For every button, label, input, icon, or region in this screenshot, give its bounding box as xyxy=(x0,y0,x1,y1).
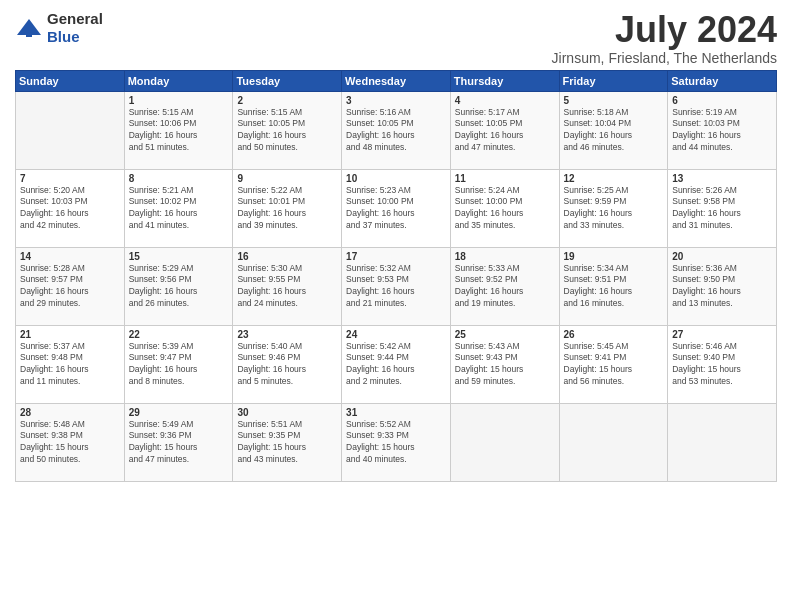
calendar-cell xyxy=(450,403,559,481)
day-number: 7 xyxy=(20,173,120,184)
calendar-cell: 30Sunrise: 5:51 AM Sunset: 9:35 PM Dayli… xyxy=(233,403,342,481)
day-info: Sunrise: 5:42 AM Sunset: 9:44 PM Dayligh… xyxy=(346,341,446,389)
day-info: Sunrise: 5:20 AM Sunset: 10:03 PM Daylig… xyxy=(20,185,120,233)
day-number: 22 xyxy=(129,329,229,340)
logo-general: General xyxy=(47,10,103,27)
day-number: 4 xyxy=(455,95,555,106)
calendar-cell: 23Sunrise: 5:40 AM Sunset: 9:46 PM Dayli… xyxy=(233,325,342,403)
calendar-cell: 22Sunrise: 5:39 AM Sunset: 9:47 PM Dayli… xyxy=(124,325,233,403)
day-info: Sunrise: 5:15 AM Sunset: 10:06 PM Daylig… xyxy=(129,107,229,155)
calendar-cell: 8Sunrise: 5:21 AM Sunset: 10:02 PM Dayli… xyxy=(124,169,233,247)
day-number: 23 xyxy=(237,329,337,340)
day-number: 1 xyxy=(129,95,229,106)
calendar-cell: 3Sunrise: 5:16 AM Sunset: 10:05 PM Dayli… xyxy=(342,91,451,169)
day-number: 9 xyxy=(237,173,337,184)
svg-rect-1 xyxy=(26,27,32,37)
calendar-cell: 24Sunrise: 5:42 AM Sunset: 9:44 PM Dayli… xyxy=(342,325,451,403)
logo: General Blue xyxy=(15,10,103,46)
day-info: Sunrise: 5:25 AM Sunset: 9:59 PM Dayligh… xyxy=(564,185,664,233)
day-number: 28 xyxy=(20,407,120,418)
calendar-cell: 27Sunrise: 5:46 AM Sunset: 9:40 PM Dayli… xyxy=(668,325,777,403)
day-number: 11 xyxy=(455,173,555,184)
day-info: Sunrise: 5:16 AM Sunset: 10:05 PM Daylig… xyxy=(346,107,446,155)
day-info: Sunrise: 5:28 AM Sunset: 9:57 PM Dayligh… xyxy=(20,263,120,311)
day-number: 3 xyxy=(346,95,446,106)
col-saturday: Saturday xyxy=(668,70,777,91)
day-number: 8 xyxy=(129,173,229,184)
page: General Blue July 2024 Jirnsum, Frieslan… xyxy=(0,0,792,492)
col-wednesday: Wednesday xyxy=(342,70,451,91)
day-number: 15 xyxy=(129,251,229,262)
day-number: 14 xyxy=(20,251,120,262)
day-number: 31 xyxy=(346,407,446,418)
day-info: Sunrise: 5:30 AM Sunset: 9:55 PM Dayligh… xyxy=(237,263,337,311)
day-number: 20 xyxy=(672,251,772,262)
calendar-cell: 2Sunrise: 5:15 AM Sunset: 10:05 PM Dayli… xyxy=(233,91,342,169)
day-number: 17 xyxy=(346,251,446,262)
day-info: Sunrise: 5:43 AM Sunset: 9:43 PM Dayligh… xyxy=(455,341,555,389)
header: General Blue July 2024 Jirnsum, Frieslan… xyxy=(15,10,777,66)
day-info: Sunrise: 5:15 AM Sunset: 10:05 PM Daylig… xyxy=(237,107,337,155)
day-info: Sunrise: 5:40 AM Sunset: 9:46 PM Dayligh… xyxy=(237,341,337,389)
calendar-cell: 11Sunrise: 5:24 AM Sunset: 10:00 PM Dayl… xyxy=(450,169,559,247)
day-number: 21 xyxy=(20,329,120,340)
calendar-cell: 4Sunrise: 5:17 AM Sunset: 10:05 PM Dayli… xyxy=(450,91,559,169)
month-title: July 2024 xyxy=(552,10,777,50)
day-info: Sunrise: 5:29 AM Sunset: 9:56 PM Dayligh… xyxy=(129,263,229,311)
col-sunday: Sunday xyxy=(16,70,125,91)
day-number: 30 xyxy=(237,407,337,418)
day-number: 25 xyxy=(455,329,555,340)
col-thursday: Thursday xyxy=(450,70,559,91)
calendar-cell: 13Sunrise: 5:26 AM Sunset: 9:58 PM Dayli… xyxy=(668,169,777,247)
logo-icon xyxy=(15,17,43,39)
calendar-cell xyxy=(559,403,668,481)
calendar-table: Sunday Monday Tuesday Wednesday Thursday… xyxy=(15,70,777,482)
calendar-cell: 5Sunrise: 5:18 AM Sunset: 10:04 PM Dayli… xyxy=(559,91,668,169)
calendar-cell: 25Sunrise: 5:43 AM Sunset: 9:43 PM Dayli… xyxy=(450,325,559,403)
day-info: Sunrise: 5:39 AM Sunset: 9:47 PM Dayligh… xyxy=(129,341,229,389)
calendar-cell: 6Sunrise: 5:19 AM Sunset: 10:03 PM Dayli… xyxy=(668,91,777,169)
day-info: Sunrise: 5:22 AM Sunset: 10:01 PM Daylig… xyxy=(237,185,337,233)
day-number: 24 xyxy=(346,329,446,340)
location-subtitle: Jirnsum, Friesland, The Netherlands xyxy=(552,50,777,66)
day-info: Sunrise: 5:36 AM Sunset: 9:50 PM Dayligh… xyxy=(672,263,772,311)
day-info: Sunrise: 5:33 AM Sunset: 9:52 PM Dayligh… xyxy=(455,263,555,311)
day-info: Sunrise: 5:51 AM Sunset: 9:35 PM Dayligh… xyxy=(237,419,337,467)
logo-text: General Blue xyxy=(47,10,103,46)
calendar-cell: 7Sunrise: 5:20 AM Sunset: 10:03 PM Dayli… xyxy=(16,169,125,247)
day-info: Sunrise: 5:52 AM Sunset: 9:33 PM Dayligh… xyxy=(346,419,446,467)
calendar-cell: 26Sunrise: 5:45 AM Sunset: 9:41 PM Dayli… xyxy=(559,325,668,403)
day-number: 10 xyxy=(346,173,446,184)
calendar-week-row: 7Sunrise: 5:20 AM Sunset: 10:03 PM Dayli… xyxy=(16,169,777,247)
col-tuesday: Tuesday xyxy=(233,70,342,91)
logo-blue: Blue xyxy=(47,28,80,45)
calendar-cell: 9Sunrise: 5:22 AM Sunset: 10:01 PM Dayli… xyxy=(233,169,342,247)
calendar-cell: 29Sunrise: 5:49 AM Sunset: 9:36 PM Dayli… xyxy=(124,403,233,481)
day-info: Sunrise: 5:19 AM Sunset: 10:03 PM Daylig… xyxy=(672,107,772,155)
calendar-header-row: Sunday Monday Tuesday Wednesday Thursday… xyxy=(16,70,777,91)
day-info: Sunrise: 5:49 AM Sunset: 9:36 PM Dayligh… xyxy=(129,419,229,467)
calendar-week-row: 14Sunrise: 5:28 AM Sunset: 9:57 PM Dayli… xyxy=(16,247,777,325)
calendar-cell: 28Sunrise: 5:48 AM Sunset: 9:38 PM Dayli… xyxy=(16,403,125,481)
calendar-cell: 16Sunrise: 5:30 AM Sunset: 9:55 PM Dayli… xyxy=(233,247,342,325)
day-info: Sunrise: 5:23 AM Sunset: 10:00 PM Daylig… xyxy=(346,185,446,233)
day-info: Sunrise: 5:32 AM Sunset: 9:53 PM Dayligh… xyxy=(346,263,446,311)
calendar-cell: 17Sunrise: 5:32 AM Sunset: 9:53 PM Dayli… xyxy=(342,247,451,325)
day-info: Sunrise: 5:48 AM Sunset: 9:38 PM Dayligh… xyxy=(20,419,120,467)
calendar-cell: 21Sunrise: 5:37 AM Sunset: 9:48 PM Dayli… xyxy=(16,325,125,403)
calendar-cell: 1Sunrise: 5:15 AM Sunset: 10:06 PM Dayli… xyxy=(124,91,233,169)
day-info: Sunrise: 5:46 AM Sunset: 9:40 PM Dayligh… xyxy=(672,341,772,389)
calendar-cell xyxy=(16,91,125,169)
title-block: July 2024 Jirnsum, Friesland, The Nether… xyxy=(552,10,777,66)
calendar-week-row: 28Sunrise: 5:48 AM Sunset: 9:38 PM Dayli… xyxy=(16,403,777,481)
day-number: 27 xyxy=(672,329,772,340)
day-number: 12 xyxy=(564,173,664,184)
day-info: Sunrise: 5:17 AM Sunset: 10:05 PM Daylig… xyxy=(455,107,555,155)
day-info: Sunrise: 5:21 AM Sunset: 10:02 PM Daylig… xyxy=(129,185,229,233)
day-number: 26 xyxy=(564,329,664,340)
calendar-cell: 14Sunrise: 5:28 AM Sunset: 9:57 PM Dayli… xyxy=(16,247,125,325)
day-info: Sunrise: 5:26 AM Sunset: 9:58 PM Dayligh… xyxy=(672,185,772,233)
day-info: Sunrise: 5:18 AM Sunset: 10:04 PM Daylig… xyxy=(564,107,664,155)
day-number: 18 xyxy=(455,251,555,262)
calendar-week-row: 1Sunrise: 5:15 AM Sunset: 10:06 PM Dayli… xyxy=(16,91,777,169)
